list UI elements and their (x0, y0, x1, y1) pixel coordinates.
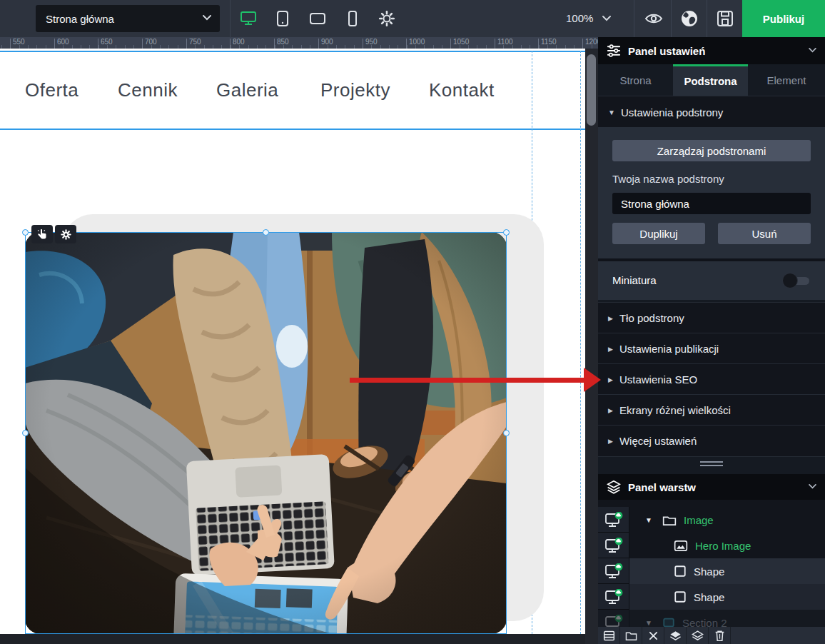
device-tablet-button[interactable] (270, 6, 295, 31)
layer-visibility-cell[interactable] (598, 558, 629, 584)
editor-window: Strona główna 100% (0, 0, 825, 644)
resize-handle-middle-left[interactable] (22, 430, 29, 436)
ruler-mark: 850 (277, 38, 289, 46)
tab-strona[interactable]: Strona (598, 64, 673, 96)
red-arrow-annotation (350, 378, 585, 383)
triangle-down-icon[interactable]: ▼ (644, 619, 654, 627)
zoom-dropdown-button[interactable] (598, 6, 615, 31)
section-ustawienia-podstrony[interactable]: ▼ Ustawienia podstrony (598, 96, 825, 128)
monitor-cloud-icon (604, 512, 623, 528)
device-desktop-button[interactable] (236, 6, 261, 31)
resize-handle-middle-right[interactable] (503, 430, 510, 436)
add-list-button[interactable] (598, 627, 620, 644)
triangle-right-icon: ▶ (608, 346, 613, 353)
triangle-right-icon: ▶ (608, 315, 613, 322)
layers-panel-header[interactable]: Panel warstw (598, 474, 825, 500)
layer-row-image-folder[interactable]: ▼ Image (598, 507, 825, 533)
subpage-name-input[interactable] (612, 193, 811, 214)
thumbnail-toggle[interactable] (782, 273, 812, 288)
preview-button[interactable] (641, 6, 667, 31)
tab-podstrona[interactable]: Podstrona (673, 64, 748, 96)
rows-icon (603, 630, 615, 642)
layer-label: Shape (694, 591, 724, 603)
delete-layer-button[interactable] (709, 627, 731, 644)
resize-handle-top-center[interactable] (263, 229, 269, 236)
publish-button[interactable]: Publikuj (742, 0, 825, 37)
tablet-landscape-icon (309, 12, 326, 25)
nav-item-projekty[interactable]: Projekty (320, 79, 390, 101)
toolbar-separator (230, 0, 231, 37)
guide-line (580, 51, 581, 634)
panel-resize-handle[interactable] (700, 461, 723, 468)
tablet-icon (276, 10, 289, 27)
canvas-scrollbar-thumb[interactable] (587, 54, 596, 126)
globe-icon (680, 9, 699, 28)
layer-visibility-cell[interactable] (598, 533, 629, 558)
triangle-down-icon[interactable]: ▼ (644, 516, 654, 524)
layer-row-main[interactable]: Hero Image (629, 533, 825, 558)
nav-item-galeria[interactable]: Galeria (216, 79, 278, 101)
section-ustawienia-seo[interactable]: ▶ Ustawienia SEO (598, 363, 825, 395)
ruler-mark: 1150 (541, 38, 557, 46)
layer-row-shape-1[interactable]: Shape (598, 558, 825, 584)
resize-handle-top-left[interactable] (22, 229, 29, 236)
layer-row-main[interactable]: ▼ Image (629, 507, 825, 533)
section-ekrany-roznej-wielkosci[interactable]: ▶ Ekrany różnej wielkości (598, 394, 825, 426)
header-section[interactable]: Oferta Cennik Galeria Projekty Kontakt (0, 51, 585, 130)
nav-item-kontakt[interactable]: Kontakt (429, 79, 495, 101)
layer-row-main[interactable]: Shape (629, 584, 825, 610)
save-icon (717, 10, 734, 27)
remove-button[interactable] (642, 627, 664, 644)
folder-icon (625, 630, 637, 641)
canvas-settings-button[interactable] (374, 6, 400, 31)
layer-row-hero-image[interactable]: Hero Image (598, 533, 825, 558)
ruler-mark: 750 (189, 38, 201, 46)
tab-element[interactable]: Element (748, 64, 825, 96)
chevron-down-icon (602, 16, 611, 21)
layer-row-shape-2[interactable]: Shape (598, 584, 825, 610)
chevron-down-icon (809, 48, 816, 53)
toggle-knob (782, 273, 798, 288)
nav-item-cennik[interactable]: Cennik (118, 79, 178, 101)
hero-image[interactable] (25, 232, 507, 634)
delete-button[interactable]: Usuń (718, 223, 811, 244)
section-ustawienia-publikacji[interactable]: ▶ Ustawienia publikacji (598, 333, 825, 364)
duplicate-button[interactable]: Duplikuj (612, 223, 705, 244)
device-phone-button[interactable] (340, 6, 365, 31)
nav-item-oferta[interactable]: Oferta (25, 79, 79, 101)
horizontal-ruler: 550 600 650 700 750 800 850 900 950 1000… (0, 37, 598, 49)
ruler-mark: 700 (145, 38, 157, 46)
ruler-mark: 950 (365, 38, 378, 46)
section-tlo-podstrony[interactable]: ▶ Tło podstrony (598, 302, 825, 333)
add-folder-button[interactable] (620, 627, 642, 644)
toolbar-separator (634, 0, 634, 37)
next-section-strip (0, 634, 585, 644)
bring-forward-button[interactable] (664, 627, 687, 644)
device-tablet-landscape-button[interactable] (305, 6, 330, 31)
chevron-down-icon (203, 15, 211, 21)
ruler-mark: 1050 (453, 38, 469, 46)
element-settings-button[interactable] (55, 225, 76, 243)
send-backward-button[interactable] (687, 627, 709, 644)
settings-panel-header[interactable]: Panel ustawień (598, 37, 825, 64)
gear-icon (378, 10, 395, 27)
canvas-scrollbar[interactable] (585, 49, 598, 644)
page-selector-dropdown[interactable]: Strona główna (36, 5, 220, 32)
top-toolbar: Strona główna 100% (0, 0, 825, 37)
design-canvas[interactable]: Oferta Cennik Galeria Projekty Kontakt (0, 49, 598, 644)
layer-visibility-cell[interactable] (598, 507, 629, 533)
publish-site-globe-button[interactable] (677, 6, 702, 31)
layer-row-main[interactable]: Shape (629, 558, 825, 584)
red-arrow-head (584, 368, 601, 392)
layer-label: Hero Image (695, 540, 751, 552)
monitor-cloud-icon (604, 589, 623, 605)
save-button[interactable] (712, 6, 738, 31)
layer-label: Shape (694, 565, 724, 578)
manage-subpages-button[interactable]: Zarządzaj podstronami (612, 140, 811, 161)
eye-icon (644, 12, 663, 25)
resize-handle-top-right[interactable] (503, 229, 510, 236)
section-wiecej-ustawien[interactable]: ▶ Więcej ustawień (598, 425, 825, 457)
element-interactions-button[interactable] (31, 225, 53, 243)
layer-visibility-cell[interactable] (598, 584, 629, 610)
zoom-level-value: 100% (566, 12, 593, 24)
